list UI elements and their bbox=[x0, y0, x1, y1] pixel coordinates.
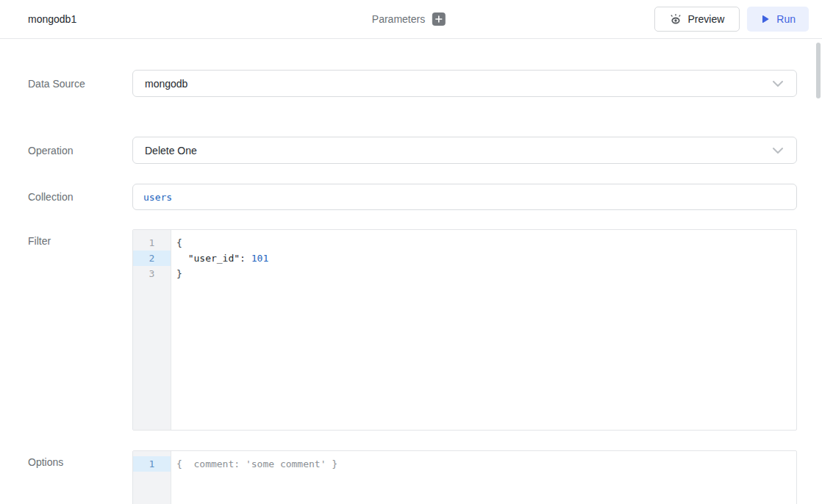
line-number-active: 2 bbox=[133, 251, 171, 266]
data-source-select[interactable]: mongodb bbox=[132, 70, 797, 97]
plus-icon bbox=[435, 15, 443, 23]
code-line: { bbox=[176, 235, 796, 251]
filter-code-editor[interactable]: 1 2 3 { "user_id": 101 } bbox=[132, 229, 797, 431]
code-line: } bbox=[176, 266, 796, 281]
code-line: "user_id": 101 bbox=[176, 251, 796, 266]
code-token bbox=[176, 253, 188, 264]
data-source-row: Data Source mongodb bbox=[0, 70, 822, 97]
run-button-label: Run bbox=[776, 13, 796, 25]
data-source-value: mongodb bbox=[145, 78, 187, 90]
collection-label: Collection bbox=[0, 191, 132, 203]
line-number: 3 bbox=[133, 266, 171, 281]
collection-value: users bbox=[143, 192, 172, 203]
collection-input[interactable]: users bbox=[132, 184, 797, 210]
code-token: { bbox=[176, 237, 182, 248]
options-placeholder: { comment: 'some comment' } bbox=[176, 456, 796, 472]
operation-select[interactable]: Delete One bbox=[132, 137, 797, 164]
parameters-section: Parameters bbox=[372, 12, 446, 26]
chevron-down-icon bbox=[773, 148, 783, 154]
filter-label: Filter bbox=[0, 229, 132, 247]
code-token: 101 bbox=[251, 253, 268, 264]
options-label: Options bbox=[0, 450, 132, 468]
filter-gutter: 1 2 3 bbox=[133, 230, 171, 430]
topbar: mongodb1 Parameters Preview Run bbox=[0, 0, 822, 39]
run-button[interactable]: Run bbox=[747, 7, 809, 32]
data-source-label: Data Source bbox=[0, 78, 132, 90]
topbar-actions: Preview Run bbox=[654, 7, 809, 32]
vertical-scrollbar[interactable] bbox=[816, 43, 821, 98]
operation-value: Delete One bbox=[145, 145, 197, 156]
query-title: mongodb1 bbox=[28, 13, 76, 25]
filter-row: Filter 1 2 3 { "user_id": 101 } bbox=[0, 229, 822, 431]
options-code-editor[interactable]: 1 { comment: 'some comment' } bbox=[132, 450, 797, 504]
collection-row: Collection users bbox=[0, 184, 822, 210]
play-icon bbox=[760, 15, 770, 24]
parameters-label: Parameters bbox=[372, 13, 425, 25]
preview-button[interactable]: Preview bbox=[654, 7, 740, 32]
chevron-down-icon bbox=[773, 81, 783, 87]
code-token: : bbox=[240, 253, 251, 264]
options-row: Options 1 { comment: 'some comment' } bbox=[0, 450, 822, 504]
options-gutter: 1 bbox=[133, 451, 171, 504]
preview-button-label: Preview bbox=[688, 13, 725, 25]
line-number: 1 bbox=[133, 235, 171, 251]
code-token: } bbox=[176, 268, 182, 279]
operation-row: Operation Delete One bbox=[0, 137, 822, 164]
operation-label: Operation bbox=[0, 145, 132, 156]
query-editor-panel: Data Source mongodb Operation Delete One… bbox=[0, 70, 822, 504]
filter-code-area[interactable]: { "user_id": 101 } bbox=[171, 230, 796, 430]
eye-icon bbox=[670, 14, 682, 25]
options-code-area[interactable]: { comment: 'some comment' } bbox=[171, 451, 796, 504]
line-number-active: 1 bbox=[133, 456, 171, 472]
code-token: "user_id" bbox=[188, 253, 240, 264]
add-parameter-button[interactable] bbox=[432, 12, 446, 26]
